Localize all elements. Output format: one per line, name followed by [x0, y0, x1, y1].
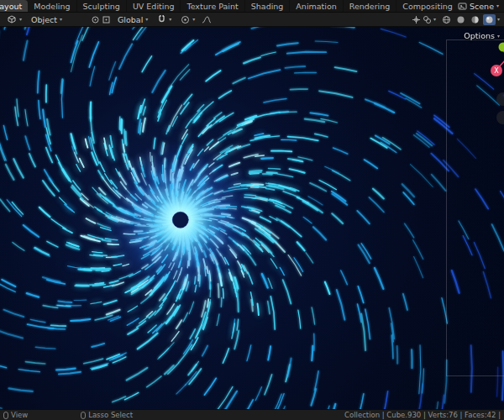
magnet-icon	[157, 15, 166, 24]
pan-tool-button[interactable]	[496, 111, 504, 124]
topbar: LayoutModelingSculptingUV EditingTexture…	[0, 0, 504, 13]
mouse-icon	[81, 412, 86, 419]
hint-lasso-select: Lasso Select	[81, 411, 133, 419]
zoom-tool-button[interactable]	[496, 92, 504, 106]
wireframe-sphere-icon	[442, 15, 451, 24]
chevron-down-icon: ▾	[19, 17, 22, 22]
chevron-down-icon: ▾	[60, 17, 62, 22]
viewport-header: ▾ Object ▾ Global ▾ ▾ ▾	[0, 13, 504, 27]
workspace-tabs: LayoutModelingSculptingUV EditingTexture…	[0, 0, 453, 12]
chevron-down-icon: ▾	[496, 3, 499, 8]
viewport-editor-icon	[7, 14, 17, 24]
viewport-3d: Options ▾ X	[0, 27, 504, 409]
hint-view: View	[3, 411, 28, 419]
shading-material-button[interactable]	[469, 14, 481, 25]
workspace-tab-uv-editing[interactable]: UV Editing	[127, 0, 181, 12]
rendered-sphere-icon	[485, 15, 494, 24]
mouse-icon	[3, 412, 8, 419]
workspace-tab-animation[interactable]: Animation	[290, 0, 343, 12]
statusbar: View Lasso Select Collection | Cube.930 …	[0, 409, 504, 420]
solid-sphere-icon	[456, 15, 465, 24]
scene-statistics: Collection | Cube.930 | Verts:76 | Faces…	[344, 411, 501, 419]
viewport-canvas[interactable]	[0, 27, 504, 409]
proportional-circle-icon	[181, 15, 190, 24]
chevron-down-icon: ▾	[497, 17, 500, 22]
shading-wireframe-button[interactable]	[440, 14, 453, 25]
workspace-tab-sculpting[interactable]: Sculpting	[77, 0, 127, 12]
pivot-point-icon[interactable]	[102, 15, 111, 24]
workspace-tab-compositing[interactable]: Compositing	[396, 0, 453, 12]
mode-label: Object	[31, 15, 57, 24]
editor-type-button[interactable]: ▾	[4, 13, 24, 25]
shading-solid-button[interactable]	[454, 14, 467, 25]
scene-icon	[458, 2, 467, 11]
scene-selector[interactable]: Scene ▾	[453, 0, 504, 12]
falloff-curve-icon[interactable]	[202, 15, 212, 24]
material-sphere-icon	[470, 15, 480, 24]
workspace-tab-shading[interactable]: Shading	[245, 0, 291, 12]
show-gizmo-icon[interactable]	[412, 15, 421, 24]
shading-mode-group: ▾	[440, 14, 500, 25]
orientation-label: Global	[118, 15, 143, 24]
overlays-icon[interactable]	[423, 15, 432, 24]
hint-view-label: View	[11, 411, 28, 419]
proportional-editing-toggle[interactable]: ▾	[178, 14, 197, 25]
transform-orientation-selector[interactable]: Global ▾	[115, 14, 150, 25]
chevron-down-icon: ▾	[145, 17, 148, 22]
chevron-down-icon: ▾	[169, 17, 171, 22]
shading-rendered-button[interactable]	[483, 14, 496, 25]
view-menu-icon[interactable]	[91, 15, 100, 24]
chevron-down-icon: ▾	[192, 17, 195, 22]
workspace-tab-texture-paint[interactable]: Texture Paint	[181, 0, 244, 12]
workspace-tab-layout[interactable]: Layout	[0, 0, 28, 12]
workspace-tab-modeling[interactable]: Modeling	[28, 0, 76, 12]
gizmo-axis-y-ball[interactable]	[499, 43, 504, 52]
scene-label: Scene	[470, 2, 494, 11]
hint-lasso-label: Lasso Select	[88, 411, 133, 419]
mode-selector[interactable]: Object ▾	[29, 14, 65, 25]
workspace-tab-rendering[interactable]: Rendering	[344, 0, 397, 12]
gizmo-axis-x-label: X	[494, 67, 499, 75]
chevron-down-icon: ▾	[433, 17, 436, 22]
navigation-gizmo[interactable]: X	[468, 37, 504, 87]
snap-toggle[interactable]: ▾	[155, 14, 174, 25]
